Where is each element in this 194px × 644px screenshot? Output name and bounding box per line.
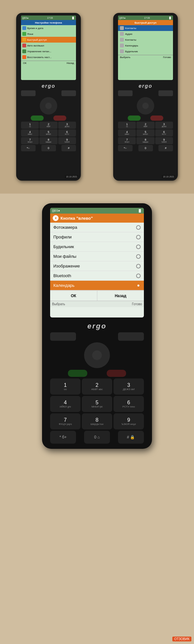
bottom-phone-buttons: 1 oo 2 АБВТ abc 3 ДЕЖЗ def 4 ИЙКЛ ghi 5 xyxy=(50,332,144,444)
left-end-btn[interactable] xyxy=(53,116,66,121)
right-key-9[interactable]: 9ЪЗЮЯ xyxy=(155,137,173,144)
bottom-key-7[interactable]: 7 ФХЦЧ pqrs xyxy=(50,413,81,429)
bottom-key-2[interactable]: 2 АБВТ abc xyxy=(82,378,112,395)
left-dpad[interactable] xyxy=(40,97,57,115)
right-key-6[interactable]: 6РСТУ xyxy=(155,129,173,136)
left-soft-btn-right[interactable] xyxy=(61,90,76,96)
radio-1 xyxy=(136,225,141,230)
qa-icon-3 xyxy=(120,38,124,42)
left-key-2[interactable]: 2АБВТ xyxy=(39,122,57,129)
bottom-dpad[interactable] xyxy=(84,342,110,368)
right-call-btn[interactable] xyxy=(128,116,141,121)
bottom-key-1[interactable]: 1 oo xyxy=(50,378,81,395)
bottom-end-btn[interactable] xyxy=(107,370,126,377)
dialog-ok-button[interactable]: ОК xyxy=(50,291,97,301)
right-qa-item-2[interactable]: Аудио xyxy=(118,31,173,37)
right-key-2[interactable]: 2АБВТ xyxy=(136,122,154,129)
bottom-menu-item-1[interactable]: Фотокамера xyxy=(50,223,144,232)
left-phone-screen: |||ES● 17:33 ▐▌ Настройки телефона Время… xyxy=(21,15,76,80)
radio-6 xyxy=(136,274,141,278)
right-date-stamp: 10.10.2021 xyxy=(162,175,175,178)
left-soft-btn-left[interactable] xyxy=(21,90,36,96)
right-brand: ergo xyxy=(139,83,153,89)
bottom-menu-item-5[interactable]: Изображение xyxy=(50,261,144,271)
left-call-btn[interactable] xyxy=(31,116,44,121)
right-phone-container: |||ES● 17:33 ▐▌ Быстрый доступ Контакты … xyxy=(97,0,194,194)
right-key-1[interactable]: 1oo xyxy=(118,122,136,129)
right-qa-item-5[interactable]: Будильник xyxy=(118,48,173,54)
left-key-1[interactable]: 1oo xyxy=(21,122,39,129)
right-qa-item-3[interactable]: Контакты xyxy=(118,37,173,43)
left-dpad-center[interactable] xyxy=(45,103,52,109)
left-phone: |||ES● 17:33 ▐▌ Настройки телефона Время… xyxy=(16,13,81,181)
dialog-back-button[interactable]: Назад xyxy=(97,291,144,301)
bottom-signal: |||ES● xyxy=(52,209,60,212)
top-row: |||ES● 17:33 ▐▌ Настройки телефона Время… xyxy=(0,0,194,194)
radio-5 xyxy=(136,264,141,268)
left-time: 17:33 xyxy=(47,17,53,19)
left-menu-item-4[interactable]: Авто вкл/выкл xyxy=(21,43,76,48)
battery-icon xyxy=(22,49,26,53)
left-key-hash[interactable]: # xyxy=(61,145,76,151)
left-key-3[interactable]: 3ДЕЖЗ xyxy=(58,122,76,129)
right-qa-item-1[interactable]: Контакты xyxy=(118,25,173,31)
left-key-9[interactable]: 9ЪЗЮЯ xyxy=(58,137,76,144)
left-key-8[interactable]: 8ШЩЦЫ xyxy=(39,137,57,144)
time-icon xyxy=(22,26,26,30)
bottom-key-star[interactable]: * б+ xyxy=(50,431,76,444)
bottom-key-9[interactable]: 9 ЪЗЮЯ wxyz xyxy=(113,413,144,429)
right-key-0[interactable]: 0 xyxy=(138,145,153,151)
left-menu-item-1[interactable]: Время и дата xyxy=(21,25,76,31)
right-key-hash[interactable]: # xyxy=(158,145,173,151)
left-key-6[interactable]: 6РСТУ xyxy=(58,129,76,136)
bottom-menu-item-6[interactable]: Bluetooth xyxy=(50,271,144,281)
right-dpad[interactable] xyxy=(137,97,154,115)
left-status-bar: |||ES● 17:33 ▐▌ xyxy=(21,15,76,20)
left-key-0[interactable]: 0 xyxy=(41,145,56,151)
bottom-dpad-center[interactable] xyxy=(92,350,102,360)
right-soft-btn-left[interactable] xyxy=(118,90,133,96)
right-key-5[interactable]: 5МНОП xyxy=(136,129,154,136)
right-key-8[interactable]: 8ШЩЦЫ xyxy=(136,137,154,144)
bottom-title-bar: Кнопка "влево" xyxy=(50,214,144,223)
bottom-key-4[interactable]: 4 ИЙКЛ ghi xyxy=(50,396,81,412)
right-key-3[interactable]: 3ДЕЖЗ xyxy=(155,122,173,129)
bottom-key-8[interactable]: 8 ШЩЦЫ tuv xyxy=(82,413,112,429)
right-key-7[interactable]: 7ФХЦЧ xyxy=(118,137,136,144)
bottom-soft-left[interactable] xyxy=(50,332,76,341)
bottom-key-5[interactable]: 5 МНОП jkl xyxy=(82,396,112,412)
bottom-screen: |||ES● ▐▌ Кнопка "влево" Фотокамера Проф… xyxy=(50,208,144,317)
right-key-star[interactable]: * б+ xyxy=(118,145,133,151)
dialog-buttons: ОК Назад xyxy=(50,290,144,301)
right-qa-item-4[interactable]: Календарь xyxy=(118,43,173,48)
left-date-stamp: 10.10.2021 xyxy=(65,175,78,178)
bottom-call-btn[interactable] xyxy=(68,370,87,377)
bottom-key-0[interactable]: 0 ⌂ xyxy=(84,431,110,444)
radio-4 xyxy=(136,254,141,259)
radio-7 xyxy=(136,283,141,288)
bottom-key-3[interactable]: 3 ДЕЖЗ def xyxy=(113,378,144,395)
right-dpad-center[interactable] xyxy=(142,103,149,109)
right-end-btn[interactable] xyxy=(150,116,163,121)
radio-3 xyxy=(136,245,141,249)
left-key-4[interactable]: 4ИЙКЛ xyxy=(21,129,39,136)
right-title-bar: Быстрый доступ xyxy=(118,20,173,25)
left-menu-item-6[interactable]: Восстановить наст... xyxy=(21,54,76,60)
bottom-menu-item-3[interactable]: Будильник xyxy=(50,242,144,252)
right-time: 17:33 xyxy=(144,17,150,19)
bottom-key-6[interactable]: 6 РСТУ mno xyxy=(113,396,144,412)
left-key-5[interactable]: 5МНОП xyxy=(39,129,57,136)
left-key-7[interactable]: 7ФХЦЧ xyxy=(21,137,39,144)
right-phone: |||ES● 17:33 ▐▌ Быстрый доступ Контакты … xyxy=(113,13,178,181)
bottom-menu-item-4[interactable]: Мои файлы xyxy=(50,252,144,261)
bottom-soft-right[interactable] xyxy=(118,332,144,341)
bottom-menu-item-7[interactable]: Календарь xyxy=(50,281,144,290)
right-key-4[interactable]: 4ИЙКЛ xyxy=(118,129,136,136)
right-soft-btn-right[interactable] xyxy=(158,90,173,96)
left-menu-item-3[interactable]: Быстрый доступ xyxy=(21,37,76,43)
left-key-star[interactable]: * б+ xyxy=(21,145,36,151)
bottom-key-hash[interactable]: # 🔒 xyxy=(118,431,144,444)
bottom-menu-item-2[interactable]: Профили xyxy=(50,232,144,242)
left-menu-item-5[interactable]: Управление питан... xyxy=(21,48,76,54)
left-menu-item-2[interactable]: Язык xyxy=(21,31,76,37)
